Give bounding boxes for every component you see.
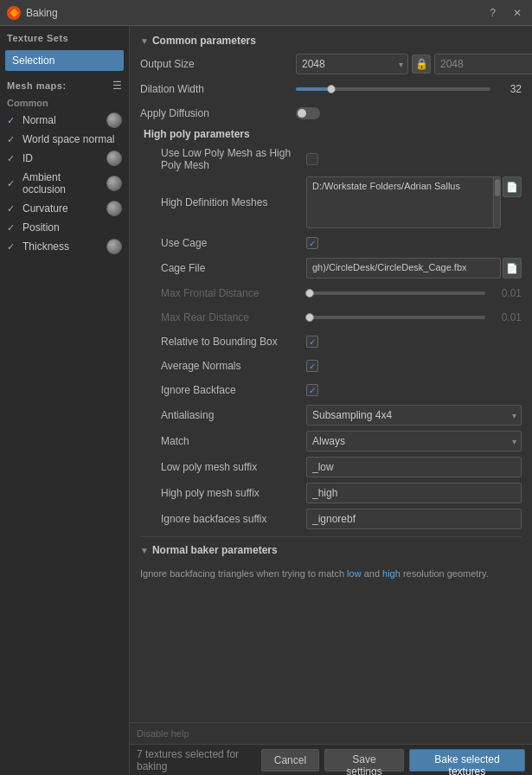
ignore-backfaces-suffix-label: Ignore backfaces suffix — [151, 513, 306, 525]
use-low-poly-checkbox[interactable] — [306, 153, 318, 165]
apply-diffusion-row: Apply Diffusion — [140, 104, 522, 123]
low-poly-suffix-label: Low poly mesh suffix — [151, 461, 306, 473]
rear-slider-row: 0.01 — [306, 311, 522, 323]
footer-actions: Cancel Save settings Bake selected textu… — [261, 749, 525, 772]
common-params-chevron: ▼ — [140, 36, 149, 46]
low-poly-suffix-row: Low poly mesh suffix — [140, 457, 522, 477]
check-ao-icon: ✓ — [7, 178, 19, 189]
max-rear-label: Max Rear Distance — [151, 311, 306, 323]
high-poly-params-header[interactable]: High poly parameters — [140, 128, 522, 140]
high-def-scrollbar[interactable] — [493, 177, 500, 227]
output-size-select-wrap: 2048 512 1024 4096 — [296, 54, 408, 74]
mesh-map-item-ao[interactable]: ✓ Ambient occlusion — [3, 169, 125, 198]
relative-bbox-checkbox-wrap — [306, 336, 318, 348]
high-def-meshes-area: D:/Workstate Folders/Adrian Sallus — [306, 176, 501, 228]
apply-diffusion-label: Apply Diffusion — [140, 107, 296, 119]
sphere-curvature — [106, 201, 122, 216]
high-def-browse-button[interactable]: 📄 — [503, 176, 522, 197]
dilation-slider-fill — [296, 87, 331, 91]
apply-diffusion-toggle[interactable] — [296, 107, 320, 119]
high-poly-suffix-row: High poly mesh suffix — [140, 483, 522, 503]
cage-file-path: gh)/CircleDesk/CircleDesk_Cage.fbx — [306, 258, 501, 279]
average-normals-checkbox[interactable] — [306, 360, 318, 372]
dilation-width-row: Dilation Width 32 — [140, 80, 522, 99]
use-low-poly-label: Use Low Poly Mesh as High Poly Mesh — [151, 147, 306, 171]
dilation-slider-row: 32 — [296, 83, 522, 95]
divider-1 — [140, 536, 522, 537]
sphere-thickness — [106, 239, 122, 254]
mesh-map-item-curvature[interactable]: ✓ Curvature — [3, 198, 125, 219]
ignore-backfaces-suffix-row: Ignore backfaces suffix — [140, 509, 522, 529]
use-low-poly-row: Use Low Poly Mesh as High Poly Mesh — [140, 147, 522, 171]
common-section-label: Common — [3, 95, 125, 110]
match-select[interactable]: Always By mesh name By UV tile — [306, 431, 522, 452]
relative-bbox-checkbox[interactable] — [306, 336, 318, 348]
check-curvature-icon: ✓ — [7, 203, 19, 215]
antialiasing-select[interactable]: None Subsampling 2x2 Subsampling 4x4 Sub… — [306, 405, 522, 426]
frontal-slider-track[interactable] — [306, 291, 485, 295]
rear-slider-track[interactable] — [306, 316, 485, 319]
main-layout: Texture Sets Selection Mesh maps: ☰ Comm… — [0, 26, 532, 775]
antialiasing-row: Antialiasing None Subsampling 2x2 Subsam… — [140, 405, 522, 426]
content-area: ▼ Common parameters Output Size 2048 512… — [130, 26, 532, 775]
average-normals-row: Average Normals — [140, 356, 522, 375]
mesh-map-label-thickness: Thickness — [22, 240, 69, 253]
match-label: Match — [151, 435, 306, 447]
relative-bbox-row: Relative to Bounding Box — [140, 332, 522, 351]
mesh-map-item-thickness[interactable]: ✓ Thickness — [3, 236, 125, 257]
ignore-backface-checkbox[interactable] — [306, 384, 318, 396]
mesh-map-item-world-space-normal[interactable]: ✓ World space normal — [3, 131, 125, 148]
sphere-normal — [106, 112, 122, 128]
mesh-map-label-curvature: Curvature — [22, 202, 68, 215]
content-scroll: ▼ Common parameters Output Size 2048 512… — [130, 26, 532, 722]
info-text-area: Ignore backfacing triangles when trying … — [140, 563, 522, 585]
output-size-select[interactable]: 2048 512 1024 4096 — [296, 54, 408, 74]
mesh-maps-settings-icon[interactable]: ☰ — [112, 80, 122, 92]
high-poly-suffix-input[interactable] — [306, 483, 522, 503]
common-params-header[interactable]: ▼ Common parameters — [140, 35, 522, 47]
match-row: Match Always By mesh name By UV tile — [140, 431, 522, 452]
disable-help-button[interactable]: Disable help — [130, 722, 532, 744]
ignore-backface-checkbox-wrap — [306, 384, 318, 396]
toggle-knob — [298, 109, 306, 118]
ignore-backfaces-suffix-input[interactable] — [306, 509, 522, 529]
cage-file-label: Cage File — [151, 262, 306, 274]
normal-baker-header[interactable]: ▼ Normal baker parameters — [140, 544, 522, 556]
cancel-button[interactable]: Cancel — [261, 749, 319, 772]
max-frontal-label: Max Frontal Distance — [151, 287, 306, 299]
high-def-scroll-thumb — [495, 179, 500, 196]
bake-selected-textures-button[interactable]: Bake selected textures — [409, 749, 525, 772]
save-settings-button[interactable]: Save settings — [324, 749, 404, 772]
mesh-map-section: Common ✓ Normal ✓ World space normal ✓ — [0, 93, 129, 257]
help-button[interactable]: ? — [486, 5, 499, 21]
average-normals-checkbox-wrap — [306, 360, 318, 372]
sphere-ao — [106, 176, 122, 191]
cage-file-row: Cage File gh)/CircleDesk/CircleDesk_Cage… — [140, 258, 522, 279]
selection-item[interactable]: Selection — [5, 50, 124, 71]
mesh-map-item-normal[interactable]: ✓ Normal — [3, 110, 125, 131]
high-poly-params-title: High poly parameters — [144, 128, 250, 140]
common-params-title: Common parameters — [152, 35, 256, 47]
antialiasing-label: Antialiasing — [151, 409, 306, 421]
dilation-slider-value: 32 — [496, 83, 522, 95]
match-select-wrap: Always By mesh name By UV tile — [306, 431, 522, 452]
footer-info-text: 7 textures selected for baking — [137, 748, 261, 772]
high-def-meshes-label: High Definition Meshes — [151, 196, 306, 208]
apply-diffusion-toggle-wrap — [296, 107, 320, 119]
mesh-map-item-position[interactable]: ✓ Position — [3, 219, 125, 236]
mesh-map-item-id[interactable]: ✓ ID — [3, 148, 125, 169]
normal-baker-chevron: ▼ — [140, 546, 149, 555]
close-button[interactable]: ✕ — [510, 5, 525, 21]
low-poly-suffix-input[interactable] — [306, 457, 522, 477]
mesh-map-label-ao: Ambient occlusion — [22, 171, 106, 195]
relative-bbox-label: Relative to Bounding Box — [151, 336, 306, 348]
lock-button[interactable]: 🔒 — [412, 54, 431, 74]
title-bar-left: 🔶 Baking — [7, 6, 58, 20]
dilation-slider-track[interactable] — [296, 87, 490, 91]
frontal-slider-row: 0.01 — [306, 287, 522, 299]
high-def-meshes-file-wrap: D:/Workstate Folders/Adrian Sallus 📄 — [306, 176, 522, 228]
cage-file-browse-button[interactable]: 📄 — [503, 258, 522, 279]
mesh-map-label-normal: Normal — [22, 114, 56, 126]
use-cage-checkbox[interactable] — [306, 237, 318, 249]
info-text-high: high — [382, 568, 401, 579]
